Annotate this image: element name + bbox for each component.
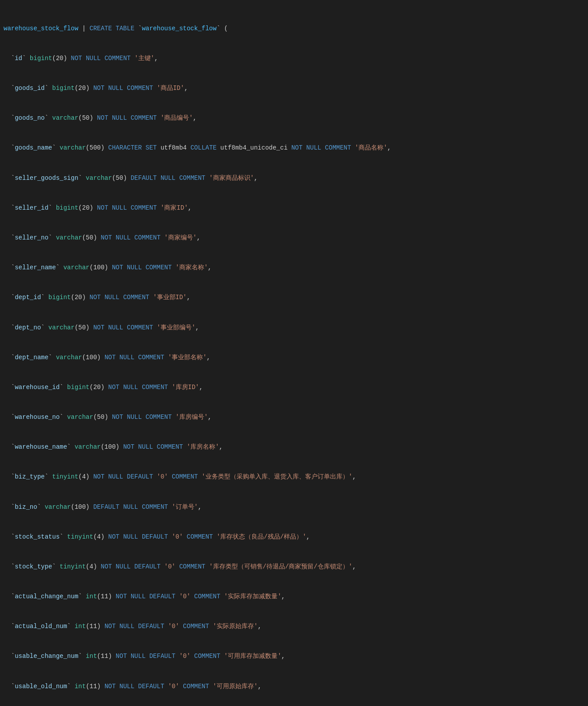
code-line-14: `warehouse_name` varchar(100) NOT NULL C…	[0, 442, 588, 452]
line-content-4: `goods_name` varchar(500) CHARACTER SET …	[4, 143, 391, 153]
line-content-12: `warehouse_id` bigint(20) NOT NULL COMME…	[4, 382, 203, 392]
code-viewer: warehouse_stock_flow | CREATE TABLE `war…	[0, 0, 588, 706]
code-line-22: `usable_old_num` int(11) NOT NULL DEFAUL…	[0, 682, 588, 691]
line-content-11: `dept_name` varchar(100) NOT NULL COMMEN…	[4, 353, 210, 362]
header-content: warehouse_stock_flow | CREATE TABLE `war…	[4, 24, 228, 33]
code-line-4: `goods_name` varchar(500) CHARACTER SET …	[0, 143, 588, 153]
code-line-11: `dept_name` varchar(100) NOT NULL COMMEN…	[0, 353, 588, 362]
code-line-9: `dept_id` bigint(20) NOT NULL COMMENT '事…	[0, 292, 588, 302]
code-line-1: `id` bigint(20) NOT NULL COMMENT '主键',	[0, 53, 588, 63]
header-line: warehouse_stock_flow | CREATE TABLE `war…	[0, 24, 588, 33]
line-content-15: `biz_type` tinyint(4) NOT NULL DEFAULT '…	[4, 472, 356, 482]
code-line-20: `actual_old_num` int(11) NOT NULL DEFAUL…	[0, 621, 588, 631]
line-content-6: `seller_id` bigint(20) NOT NULL COMMENT …	[4, 203, 192, 213]
code-line-10: `dept_no` varchar(50) NOT NULL COMMENT '…	[0, 323, 588, 333]
code-line-13: `warehouse_no` varchar(50) NOT NULL COMM…	[0, 412, 588, 422]
code-line-19: `actual_change_num` int(11) NOT NULL DEF…	[0, 592, 588, 601]
line-content-10: `dept_no` varchar(50) NOT NULL COMMENT '…	[4, 323, 199, 333]
line-content-20: `actual_old_num` int(11) NOT NULL DEFAUL…	[4, 621, 262, 631]
code-line-8: `seller_name` varchar(100) NOT NULL COMM…	[0, 263, 588, 272]
line-content-17: `stock_status` tinyint(4) NOT NULL DEFAU…	[4, 532, 310, 542]
line-content-14: `warehouse_name` varchar(100) NOT NULL C…	[4, 442, 223, 452]
line-content-7: `seller_no` varchar(50) NOT NULL COMMENT…	[4, 233, 201, 243]
code-line-18: `stock_type` tinyint(4) NOT NULL DEFAULT…	[0, 562, 588, 572]
code-line-5: `seller_goods_sign` varchar(50) DEFAULT …	[0, 173, 588, 183]
line-content-18: `stock_type` tinyint(4) NOT NULL DEFAULT…	[4, 562, 356, 572]
line-content-16: `biz_no` varchar(100) DEFAULT NULL COMME…	[4, 502, 201, 512]
line-content-19: `actual_change_num` int(11) NOT NULL DEF…	[4, 592, 285, 601]
code-line-17: `stock_status` tinyint(4) NOT NULL DEFAU…	[0, 532, 588, 542]
line-content-8: `seller_name` varchar(100) NOT NULL COMM…	[4, 263, 212, 272]
code-line-2: `goods_id` bigint(20) NOT NULL COMMENT '…	[0, 83, 588, 93]
line-content-21: `usable_change_num` int(11) NOT NULL DEF…	[4, 651, 285, 661]
code-line-15: `biz_type` tinyint(4) NOT NULL DEFAULT '…	[0, 472, 588, 482]
code-line-7: `seller_no` varchar(50) NOT NULL COMMENT…	[0, 233, 588, 243]
code-line-16: `biz_no` varchar(100) DEFAULT NULL COMME…	[0, 502, 588, 512]
line-content-3: `goods_no` varchar(50) NOT NULL COMMENT …	[4, 113, 197, 123]
line-content-13: `warehouse_no` varchar(50) NOT NULL COMM…	[4, 412, 212, 422]
line-content-1: `id` bigint(20) NOT NULL COMMENT '主键',	[4, 53, 158, 63]
line-content-5: `seller_goods_sign` varchar(50) DEFAULT …	[4, 173, 258, 183]
line-content-2: `goods_id` bigint(20) NOT NULL COMMENT '…	[4, 83, 188, 93]
code-line-21: `usable_change_num` int(11) NOT NULL DEF…	[0, 651, 588, 661]
code-line-6: `seller_id` bigint(20) NOT NULL COMMENT …	[0, 203, 588, 213]
code-line-12: `warehouse_id` bigint(20) NOT NULL COMME…	[0, 382, 588, 392]
line-content-9: `dept_id` bigint(20) NOT NULL COMMENT '事…	[4, 292, 190, 302]
code-line-3: `goods_no` varchar(50) NOT NULL COMMENT …	[0, 113, 588, 123]
line-content-22: `usable_old_num` int(11) NOT NULL DEFAUL…	[4, 682, 262, 691]
